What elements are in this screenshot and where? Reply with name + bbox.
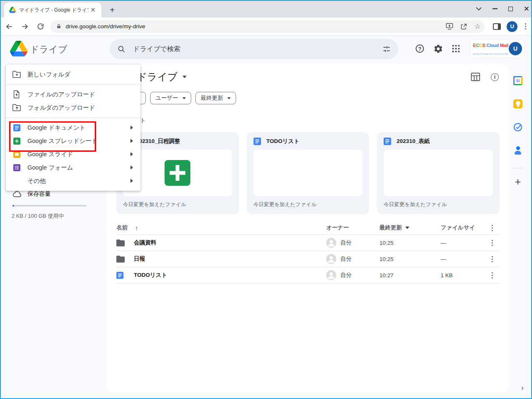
main-content: マイドライブ i 種類 ユーザー 最終更新 候補リスト 202310_日程調整: [106, 64, 509, 392]
file-card-reason: 今日変更を加えたファイル: [384, 201, 493, 208]
side-panel-icon[interactable]: [493, 23, 501, 30]
file-size: 1 KB: [441, 272, 485, 278]
file-size: —: [441, 256, 485, 262]
table-row[interactable]: 会議資料 自分 10:25 —: [116, 235, 500, 251]
account-badge[interactable]: ECCS Cloud Mail Information Technology C…: [470, 39, 525, 58]
col-name-header[interactable]: 名前: [116, 224, 128, 232]
collapse-panel-chevron[interactable]: ›: [521, 383, 524, 392]
col-size-header[interactable]: ファイルサイ: [441, 224, 485, 232]
file-card[interactable]: 202310_表紙 今日変更を加えたファイル: [377, 132, 500, 214]
apps-grid-icon[interactable]: [448, 40, 464, 57]
submenu-arrow-icon: [131, 152, 133, 156]
menu-item-more[interactable]: その他: [6, 174, 140, 187]
kebab-icon: [492, 275, 493, 276]
browser-avatar[interactable]: U: [507, 21, 517, 32]
storage-progress-fill: [12, 205, 14, 207]
install-app-icon[interactable]: [446, 23, 453, 30]
forward-button[interactable]: [18, 20, 32, 33]
window-close-button[interactable]: ✕: [524, 5, 530, 12]
window-chevron-icon[interactable]: [476, 7, 482, 10]
file-card[interactable]: TODOリスト 今日変更を加えたファイル: [247, 132, 369, 214]
sort-desc-icon: [405, 227, 409, 229]
calendar-icon[interactable]: 31: [510, 69, 526, 92]
row-menu-button[interactable]: [485, 242, 500, 244]
app-name: ドライブ: [30, 43, 67, 56]
settings-gear-icon[interactable]: [430, 40, 446, 57]
info-icon[interactable]: i: [491, 73, 499, 81]
chevron-down-icon: [227, 97, 231, 99]
search-placeholder: ドライブで検索: [133, 45, 382, 54]
side-panel: 31 +: [510, 69, 526, 191]
sheets-icon: [12, 138, 21, 145]
keep-icon[interactable]: [510, 92, 526, 116]
owner-avatar-icon: [326, 238, 336, 248]
screen: マイドライブ - Google ドライブ ✕ + ✕ drive.google.…: [0, 0, 532, 399]
chip-modified[interactable]: 最終更新: [195, 92, 236, 104]
tab-close-icon[interactable]: ✕: [89, 6, 97, 14]
table-row[interactable]: 日報 自分 10:25 —: [116, 251, 500, 267]
row-menu-button[interactable]: [485, 275, 500, 276]
drive-avatar[interactable]: U: [509, 42, 522, 55]
forms-icon: [12, 164, 21, 171]
back-button[interactable]: [2, 20, 16, 33]
reload-button[interactable]: [34, 20, 47, 33]
file-card-name: 202310_日程調整: [136, 138, 180, 145]
browser-tab[interactable]: マイドライブ - Google ドライブ ✕: [4, 2, 101, 17]
storage-section[interactable]: 保存容量: [12, 190, 51, 198]
maximize-button[interactable]: [508, 7, 513, 11]
table-header-menu[interactable]: [485, 227, 500, 229]
submenu-arrow-icon: [131, 126, 133, 130]
get-addons-button[interactable]: +: [515, 172, 521, 191]
docs-icon: [116, 272, 134, 279]
file-name: TODOリスト: [134, 271, 167, 279]
file-card-thumbnail: [254, 150, 363, 196]
new-tab-button[interactable]: +: [107, 5, 117, 15]
search-options-icon[interactable]: [382, 45, 391, 53]
menu-item-google-docs[interactable]: Google ドキュメント: [6, 121, 140, 134]
menu-item-folder-upload[interactable]: フォルダのアップロード: [6, 101, 140, 114]
help-button[interactable]: ?: [411, 40, 428, 57]
contacts-icon[interactable]: [510, 139, 526, 162]
drive-favicon: [9, 7, 16, 13]
bookmark-star-icon[interactable]: ☆: [474, 22, 480, 31]
owner-avatar-icon: [326, 270, 336, 280]
col-modified-header[interactable]: 最終更新: [379, 224, 402, 232]
minimize-button[interactable]: [493, 8, 498, 9]
storage-usage-text: 2 KB / 100 GB 使用中: [12, 212, 64, 220]
col-owner-header[interactable]: オーナー: [326, 224, 379, 232]
file-card-name: 202310_表紙: [397, 138, 430, 145]
search-input[interactable]: ドライブで検索: [110, 39, 398, 59]
table-row[interactable]: TODOリスト 自分 10:27 1 KB: [116, 267, 500, 283]
menu-item-new-folder[interactable]: 新しいフォルダ: [6, 68, 140, 81]
file-card-reason: 今日変更を加えたファイル: [254, 201, 363, 208]
modified-time: 10:25: [379, 240, 441, 246]
share-icon[interactable]: [460, 23, 468, 30]
sort-asc-icon[interactable]: ↑: [135, 224, 138, 232]
menu-item-google-sheets[interactable]: Google スプレッドシート: [6, 134, 140, 148]
modified-time: 10:25: [379, 256, 441, 262]
menu-item-file-upload[interactable]: ファイルのアップロード: [6, 88, 140, 101]
title-caret-icon[interactable]: [182, 76, 187, 78]
storage-progressbar: [12, 205, 86, 207]
drive-header: ドライブ ドライブで検索 ? ECCS Cloud Mail Informati…: [0, 36, 532, 64]
submenu-arrow-icon: [131, 165, 133, 170]
new-dropdown-menu: 新しいフォルダ ファイルのアップロード フォルダのアップロード G: [6, 64, 140, 191]
owner-name: 自分: [340, 255, 352, 263]
sheets-icon-large: [165, 160, 190, 186]
menu-item-google-slides[interactable]: Google スライド: [6, 148, 140, 161]
menu-divider: [6, 84, 140, 85]
tasks-icon[interactable]: [510, 116, 526, 139]
address-bar[interactable]: drive.google.com/drive/my-drive ☆: [50, 20, 485, 33]
submenu-arrow-icon: [131, 139, 133, 143]
layout-toggle-icon[interactable]: [471, 73, 480, 81]
chip-people[interactable]: ユーザー: [150, 92, 191, 104]
drive-logo[interactable]: [10, 41, 27, 57]
row-menu-button[interactable]: [485, 259, 500, 260]
browser-menu-icon[interactable]: [525, 26, 526, 27]
chevron-down-icon: [182, 97, 186, 99]
menu-item-google-forms[interactable]: Google フォーム: [6, 161, 140, 174]
file-table: 名前↑ オーナー 最終更新 ファイルサイ 会議資料 自分 10:25: [116, 221, 500, 283]
eccs-tagline: Information Technology Center, The Unive…: [473, 53, 509, 55]
folder-icon: [116, 256, 134, 263]
file-size: —: [441, 240, 485, 246]
